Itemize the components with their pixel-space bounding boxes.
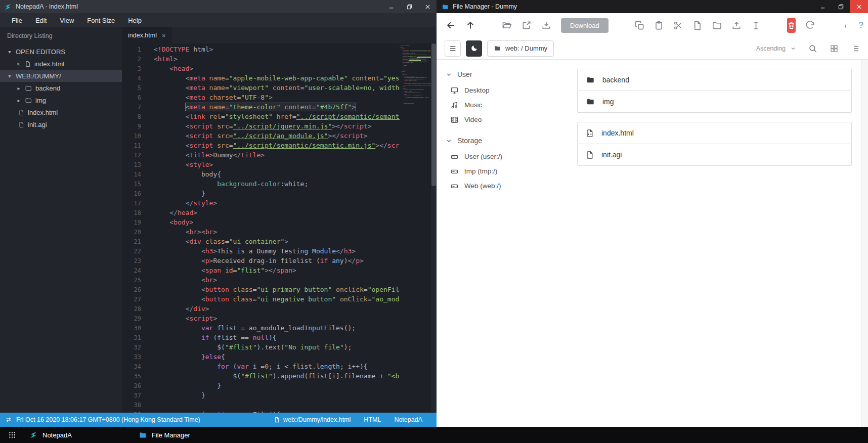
files-group: index.html init.agi: [577, 122, 852, 166]
folder-icon: [25, 85, 32, 92]
scrollbar-thumb[interactable]: [431, 43, 436, 186]
list-view-icon[interactable]: [851, 44, 860, 53]
file-row-initagi[interactable]: init.agi: [577, 144, 852, 166]
notepada-menubar: File Edit View Font Size Help: [0, 13, 437, 27]
status-language[interactable]: HTML: [364, 416, 381, 423]
new-folder-icon[interactable]: [712, 21, 722, 30]
open-folder-icon[interactable]: [502, 20, 512, 30]
info-icon[interactable]: [841, 21, 849, 30]
sidebar-item-tmp-drive[interactable]: tmp (tmp:/): [437, 164, 558, 179]
file-tree-sidebar: Directory Listing ▾ OPEN EDITORS × index…: [0, 27, 122, 413]
new-file-icon[interactable]: [692, 21, 702, 30]
minimize-icon[interactable]: [813, 0, 832, 13]
upload-icon[interactable]: [731, 20, 742, 30]
grid-view-icon[interactable]: [830, 44, 839, 53]
menu-help[interactable]: Help: [121, 17, 148, 24]
tree-item-backend[interactable]: ▸ backend: [0, 82, 122, 94]
sort-dropdown[interactable]: Ascending: [756, 45, 796, 52]
taskbar: NotepadA File Manager: [0, 427, 868, 443]
editor-scrollbar[interactable]: [431, 43, 437, 413]
sidebar-item-web-drive[interactable]: Web (web:/): [437, 179, 558, 193]
menu-edit[interactable]: Edit: [29, 17, 53, 24]
tab-bar: index.html ×: [122, 27, 437, 43]
download-button[interactable]: Download: [561, 18, 609, 33]
back-icon[interactable]: [446, 20, 456, 30]
refresh-icon[interactable]: [805, 21, 815, 30]
menu-icon[interactable]: [445, 40, 461, 57]
file-row-indexhtml[interactable]: index.html: [577, 122, 852, 144]
status-right: web:/Dummy/index.html HTML NotepadA: [274, 416, 437, 423]
file-row-img[interactable]: img: [577, 91, 852, 113]
chevron-down-icon: [790, 46, 796, 52]
notepada-logo-icon: [4, 3, 12, 11]
maximize-icon[interactable]: [832, 0, 850, 13]
window-title: NotepadA - index.html: [16, 3, 78, 10]
menu-view[interactable]: View: [53, 17, 80, 24]
section-storage[interactable]: Storage: [437, 132, 558, 149]
drive-icon: [450, 182, 459, 190]
code-lines[interactable]: 1<!DOCTYPE html>2<html>3 <head>4 <meta n…: [122, 43, 400, 413]
tab-indexhtml[interactable]: index.html ×: [122, 27, 172, 43]
tree-open-editors[interactable]: ▾ OPEN EDITORS: [0, 46, 122, 58]
chevron-down-icon: ▾: [7, 73, 12, 79]
apps-grid-icon[interactable]: [2, 427, 22, 443]
file-icon: [18, 121, 24, 128]
sidebar-title: Directory Listing: [0, 27, 122, 46]
delete-button[interactable]: [787, 18, 796, 33]
chevron-down-icon: ▾: [7, 49, 12, 55]
folder-icon: [494, 45, 501, 52]
tree-item-indexhtml[interactable]: index.html: [0, 106, 122, 118]
copy-icon[interactable]: [635, 21, 644, 30]
window-controls: [382, 0, 437, 13]
open-editor-item[interactable]: × index.html: [0, 58, 122, 70]
minimize-icon[interactable]: [382, 0, 400, 13]
menu-file[interactable]: File: [5, 17, 29, 24]
tab-close-icon[interactable]: ×: [162, 32, 166, 39]
subbar-right: Ascending: [756, 44, 860, 53]
filemanager-scrollbar[interactable]: [861, 60, 868, 427]
close-editor-icon[interactable]: ×: [15, 60, 21, 68]
section-user[interactable]: User: [437, 66, 558, 83]
minimap[interactable]: 1<!DOCTYPE html>2<html>3 <head>4 <meta n…: [400, 43, 431, 413]
file-row-backend[interactable]: backend: [577, 69, 852, 91]
filemanager-window: File Manager - Dummy Download: [437, 0, 868, 427]
menu-font-size[interactable]: Font Size: [80, 17, 121, 24]
maximize-icon[interactable]: [400, 0, 418, 13]
rename-icon[interactable]: [751, 21, 761, 30]
drive-icon: [450, 167, 459, 175]
taskbar-item-notepada[interactable]: NotepadA: [22, 427, 132, 443]
chevron-down-icon: [446, 138, 452, 144]
notepada-body: Directory Listing ▾ OPEN EDITORS × index…: [0, 27, 437, 413]
editor-area: index.html × 1<!DOCTYPE html>2<html>3 <h…: [122, 27, 437, 413]
paste-icon[interactable]: [654, 21, 664, 30]
filemanager-content: User Desktop Music Video: [437, 60, 868, 427]
desktop: NotepadA - index.html File Edit View Fon…: [0, 0, 868, 443]
taskbar-item-filemanager[interactable]: File Manager: [132, 427, 241, 443]
swap-arrows-icon: [5, 417, 12, 423]
sidebar-item-video[interactable]: Video: [437, 112, 558, 127]
sidebar-item-music[interactable]: Music: [437, 98, 558, 112]
sidebar-item-desktop[interactable]: Desktop: [437, 83, 558, 98]
chevron-right-icon: ▸: [16, 85, 21, 91]
breadcrumb[interactable]: web: / Dummy: [487, 40, 554, 57]
filemanager-toolbar: Download ?: [437, 13, 868, 37]
cut-icon[interactable]: [673, 21, 683, 30]
close-icon[interactable]: [850, 0, 868, 13]
open-external-icon[interactable]: [522, 20, 532, 30]
trash-icon: [787, 21, 796, 30]
tree-root-folder[interactable]: ▾ WEB:/DUMMY/: [0, 70, 122, 82]
filemanager-sidebar: User Desktop Music Video: [437, 60, 558, 427]
search-icon[interactable]: [808, 44, 817, 53]
dark-mode-icon[interactable]: [466, 40, 482, 57]
code-editor[interactable]: 1<!DOCTYPE html>2<html>3 <head>4 <meta n…: [122, 43, 437, 413]
folder-icon: [25, 97, 32, 104]
download-icon[interactable]: [541, 20, 551, 30]
filemanager-logo-icon: [442, 4, 449, 10]
up-icon[interactable]: [465, 20, 475, 30]
close-icon[interactable]: [418, 0, 437, 13]
tree-item-initagi[interactable]: init.agi: [0, 118, 122, 130]
drive-icon: [450, 153, 459, 161]
sidebar-item-user-drive[interactable]: User (user:/): [437, 149, 558, 164]
tree-item-img[interactable]: ▸ img: [0, 94, 122, 106]
help-icon[interactable]: ?: [859, 21, 863, 30]
